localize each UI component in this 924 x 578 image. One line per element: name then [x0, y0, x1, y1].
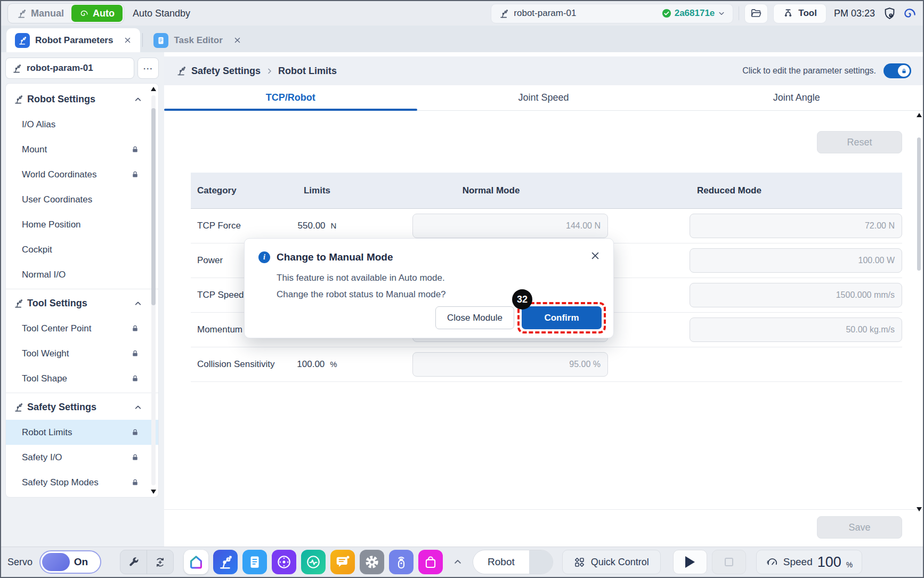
edit-lock-toggle[interactable] [884, 63, 911, 78]
pulse-monitor-icon [305, 554, 321, 570]
section-safety-settings[interactable]: Safety Settings [6, 395, 158, 420]
chat-message-icon [335, 554, 351, 570]
scroll-down-arrow[interactable] [917, 507, 922, 511]
version-indicator[interactable]: 2a68171e [662, 8, 726, 19]
robot-arm-icon [13, 402, 23, 412]
reduced-mode-input[interactable]: 72.00 N [690, 214, 902, 238]
save-footer: Save [164, 509, 923, 547]
app-messages-button[interactable] [330, 550, 355, 574]
close-tab-icon[interactable] [233, 36, 241, 44]
scrollbar-thumb[interactable] [917, 137, 921, 271]
speed-control[interactable]: Speed 100 % [756, 550, 862, 574]
dock-collapse-button[interactable] [450, 554, 466, 570]
tab-tcp-robot[interactable]: TCP/Robot [164, 85, 417, 110]
save-button[interactable]: Save [817, 516, 902, 539]
chevron-up-icon[interactable] [134, 299, 142, 308]
chevron-up-icon[interactable] [134, 95, 142, 104]
robot-selector: Robot [473, 550, 553, 574]
sidebar-item-io-alias[interactable]: I/O Alias [6, 112, 158, 137]
robot-controller-app: Manual Auto Auto Standby robot-param-01 … [0, 0, 924, 578]
dialog-close-icon[interactable] [590, 250, 601, 261]
item-label: I/O Alias [22, 119, 55, 130]
sync-update-button[interactable] [147, 550, 173, 574]
robot-arm-icon [13, 94, 23, 104]
stop-button[interactable] [712, 550, 746, 574]
scroll-down-arrow[interactable] [151, 490, 156, 494]
reduced-mode-input[interactable]: 1500.000 mm/s [690, 283, 902, 307]
reduced-mode-input[interactable]: 100.00 W [690, 248, 902, 273]
close-tab-icon[interactable] [124, 36, 132, 44]
sidebar-item-safety-stop-modes[interactable]: Safety Stop Modes [6, 470, 158, 495]
divider [739, 6, 739, 20]
header-normal-mode: Normal Mode [360, 185, 681, 196]
app-home-button[interactable] [184, 550, 208, 574]
servo-toggle[interactable]: On [39, 550, 101, 574]
open-file-button[interactable] [744, 4, 768, 23]
scroll-up-arrow[interactable] [151, 87, 156, 91]
robot-selector-button[interactable]: Robot [473, 550, 529, 574]
tab-joint-angle[interactable]: Joint Angle [670, 85, 923, 110]
reset-button[interactable]: Reset [817, 131, 902, 153]
reduced-mode-input[interactable]: 50.00 kg.m/s [690, 318, 902, 342]
parameter-name-field[interactable]: robot-param-01 [5, 58, 134, 79]
robot-selector-extension[interactable] [529, 550, 553, 574]
tab-label: Robot Parameters [35, 35, 113, 46]
settings-wrench-button[interactable] [120, 550, 147, 574]
sidebar-item-normal-io[interactable]: Normal I/O [6, 262, 158, 287]
app-store-button[interactable] [418, 550, 443, 574]
shopping-bag-icon [423, 554, 439, 570]
app-jog-control-button[interactable] [272, 550, 296, 574]
section-tool-settings[interactable]: Tool Settings [6, 291, 158, 316]
sidebar-item-tool-shape[interactable]: Tool Shape [6, 366, 158, 391]
manual-mode-label: Manual [31, 8, 64, 19]
sidebar-item-home-position[interactable]: Home Position [6, 212, 158, 237]
manual-mode-button[interactable]: Manual [9, 5, 71, 22]
breadcrumb-section[interactable]: Safety Settings [191, 66, 261, 77]
close-module-button[interactable]: Close Module [435, 306, 514, 329]
tab-robot-parameters[interactable]: Robot Parameters [6, 28, 140, 52]
app-remote-control-button[interactable] [389, 550, 414, 574]
robot-arm-icon [499, 9, 509, 19]
wrench-icon [128, 556, 140, 568]
window-tab-strip: Robot Parameters Task Editor [1, 26, 923, 52]
table-row-collision-sensitivity: Collision Sensitivity 100.00% 95.00 % [191, 347, 902, 382]
app-task-editor-button[interactable] [242, 550, 267, 574]
sidebar-item-tool-weight[interactable]: Tool Weight [6, 341, 158, 366]
sidebar-item-robot-limits[interactable]: Robot Limits [6, 420, 158, 445]
sidebar-item-safety-io[interactable]: Safety I/O [6, 445, 158, 470]
sidebar-item-cockpit[interactable]: Cockpit [6, 237, 158, 262]
sidebar-scrollbar[interactable] [150, 86, 157, 495]
header-category: Category [191, 185, 274, 196]
tab-joint-speed[interactable]: Joint Speed [417, 85, 670, 110]
app-monitoring-button[interactable] [301, 550, 326, 574]
info-icon: i [258, 251, 270, 263]
sidebar-item-mount[interactable]: Mount [6, 137, 158, 162]
sidebar-item-world-coordinates[interactable]: World Coordinates [6, 162, 158, 187]
toggle-knob [898, 65, 910, 77]
main-scrollbar[interactable] [916, 112, 922, 512]
tab-task-editor[interactable]: Task Editor [145, 28, 249, 52]
sidebar-item-tool-center-point[interactable]: Tool Center Point [6, 316, 158, 341]
tool-button[interactable]: Tool [773, 4, 826, 23]
quick-control-button[interactable]: Quick Control [562, 550, 661, 574]
active-parameter-selector[interactable]: robot-param-01 2a68171e [491, 4, 733, 23]
app-robot-parameters-button[interactable] [213, 550, 238, 574]
parameter-options-button[interactable]: ⋯ [137, 58, 159, 79]
item-label: Robot Limits [22, 427, 72, 438]
scroll-up-arrow[interactable] [917, 113, 922, 117]
normal-mode-input[interactable]: 95.00 % [412, 352, 608, 377]
confirm-button[interactable]: Confirm [522, 306, 602, 329]
section-robot-settings[interactable]: Robot Settings [6, 87, 158, 112]
safety-guard-icon[interactable] [882, 6, 897, 21]
scrollbar-thumb[interactable] [151, 108, 156, 305]
chevron-up-icon[interactable] [134, 403, 142, 412]
normal-mode-input[interactable]: 144.00 N [412, 214, 608, 238]
collision-spiral-icon[interactable] [902, 6, 917, 21]
app-settings-button[interactable] [360, 550, 384, 574]
play-button[interactable] [673, 550, 707, 574]
sidebar-item-user-coordinates[interactable]: User Coordinates [6, 187, 158, 212]
auto-mode-button[interactable]: Auto [71, 5, 123, 22]
parameter-name-value: robot-param-01 [27, 63, 93, 74]
section-title: Robot Settings [27, 94, 95, 105]
divider [142, 33, 143, 47]
